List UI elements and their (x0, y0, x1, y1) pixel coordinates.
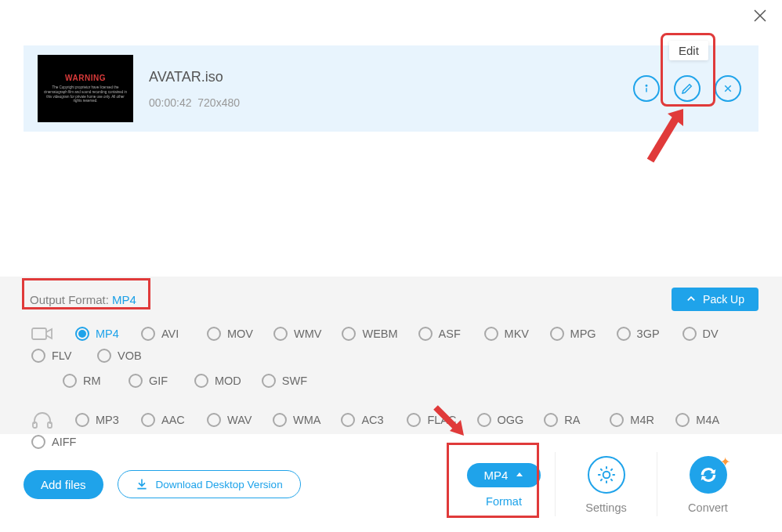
format-option-mov[interactable]: MOV (207, 327, 253, 341)
radio-icon (141, 413, 155, 427)
file-thumbnail: WARNING The Copyright proprietor have li… (38, 55, 133, 122)
format-option-ac3[interactable]: AC3 (341, 413, 386, 427)
format-option-asf[interactable]: ASF (418, 327, 464, 341)
radio-icon (407, 413, 421, 427)
file-card: WARNING The Copyright proprietor have li… (24, 45, 758, 132)
close-button[interactable] (751, 6, 769, 25)
file-actions (633, 75, 741, 102)
format-option-label: M4R (630, 414, 654, 426)
headphones-icon (31, 411, 53, 429)
download-desktop-button[interactable]: Download Desktop Version (118, 470, 301, 498)
format-option-label: WAV (227, 414, 252, 426)
edit-button[interactable] (674, 75, 701, 102)
download-desktop-label: Download Desktop Version (156, 479, 283, 490)
format-option-vob[interactable]: VOB (97, 349, 143, 363)
radio-icon (610, 413, 624, 427)
format-option-ogg[interactable]: OGG (477, 413, 524, 427)
format-select[interactable]: MP4 (467, 463, 541, 487)
pencil-icon (680, 81, 694, 96)
format-option-label: MP3 (96, 414, 119, 426)
format-option-wma[interactable]: WMA (273, 413, 320, 427)
audio-category-icon (31, 411, 53, 429)
format-option-mpg[interactable]: MPG (550, 327, 596, 341)
radio-icon (31, 435, 45, 449)
format-option-m4r[interactable]: M4R (610, 413, 655, 427)
remove-button[interactable] (715, 75, 741, 102)
format-option-avi[interactable]: AVI (141, 327, 186, 341)
format-option-ra[interactable]: RA (544, 413, 589, 427)
format-option-aac[interactable]: AAC (141, 413, 186, 427)
format-option-rm[interactable]: RM (63, 374, 108, 388)
file-meta: AVATAR.iso 00:00:42 720x480 (149, 69, 633, 109)
format-option-swf[interactable]: SWF (262, 374, 307, 388)
format-option-mp3[interactable]: MP3 (75, 413, 121, 427)
format-option-label: WEBM (362, 328, 397, 340)
format-option-webm[interactable]: WEBM (342, 327, 397, 341)
radio-icon (31, 349, 45, 363)
format-option-mp4[interactable]: MP4 (75, 327, 121, 341)
edit-tooltip: Edit (669, 41, 708, 60)
refresh-icon (697, 464, 719, 486)
format-option-label: WMV (294, 328, 321, 340)
format-option-wav[interactable]: WAV (207, 413, 252, 427)
format-option-gif[interactable]: GIF (129, 374, 174, 388)
thumb-fine-print: The Copyright proprietor have licensed t… (42, 85, 129, 103)
format-option-label: RA (564, 414, 580, 426)
radio-icon (75, 413, 89, 427)
format-option-wmv[interactable]: WMV (273, 327, 321, 341)
format-option-m4a[interactable]: M4A (675, 413, 721, 427)
radio-icon (262, 374, 276, 388)
settings-button[interactable] (588, 456, 625, 494)
format-option-label: DV (703, 328, 719, 340)
file-resolution: 720x480 (197, 96, 240, 109)
format-option-label: AC3 (361, 414, 383, 426)
format-option-3gp[interactable]: 3GP (617, 327, 662, 341)
format-column: MP4 Format (453, 452, 555, 516)
radio-icon (342, 327, 356, 341)
radio-icon (682, 327, 697, 341)
format-option-label: OGG (498, 414, 524, 426)
radio-icon (273, 327, 288, 341)
radio-icon (194, 374, 208, 388)
info-icon (639, 81, 653, 96)
radio-icon (63, 374, 77, 388)
camcorder-icon (31, 325, 53, 342)
file-name: AVATAR.iso (149, 69, 633, 85)
output-format-value: MP4 (112, 293, 136, 306)
format-option-label: WMA (293, 414, 320, 426)
radio-icon (477, 413, 491, 427)
output-format-label: Output Format: MP4 (24, 290, 143, 309)
format-option-dv[interactable]: DV (682, 327, 728, 341)
output-format-text: Output Format: (30, 293, 109, 306)
format-option-label: MOD (215, 375, 241, 387)
video-category-icon (31, 325, 53, 342)
format-option-label: GIF (149, 375, 168, 387)
pack-up-button[interactable]: Pack Up (672, 288, 758, 311)
format-option-label: VOB (118, 349, 142, 362)
radio-icon (141, 327, 155, 341)
format-option-flv[interactable]: FLV (31, 349, 77, 363)
format-option-label: RM (83, 375, 101, 387)
settings-label: Settings (585, 501, 626, 514)
info-button[interactable] (633, 75, 660, 102)
format-option-label: 3GP (637, 328, 660, 340)
convert-button[interactable]: ✦ (690, 456, 727, 494)
add-files-button[interactable]: Add files (24, 470, 103, 499)
video-formats-row: MP4AVIMOVWMVWEBMASFMKVMPG3GPDVFLVVOB (24, 325, 758, 363)
gear-icon (596, 465, 617, 485)
x-icon (721, 81, 735, 96)
radio-icon (617, 327, 631, 341)
format-option-label: MKV (505, 328, 529, 340)
svg-rect-1 (32, 328, 46, 339)
format-option-aiff[interactable]: AIFF (31, 435, 77, 449)
format-option-label: MPG (570, 328, 596, 340)
radio-icon (675, 413, 690, 427)
radio-icon (484, 327, 498, 341)
format-option-label: FLV (52, 349, 72, 362)
format-option-flac[interactable]: FLAC (407, 413, 456, 427)
format-option-mkv[interactable]: MKV (484, 327, 530, 341)
format-option-label: AAC (161, 414, 185, 426)
caret-up-icon (516, 471, 523, 479)
format-option-mod[interactable]: MOD (194, 374, 241, 388)
file-duration: 00:00:42 (149, 96, 192, 109)
